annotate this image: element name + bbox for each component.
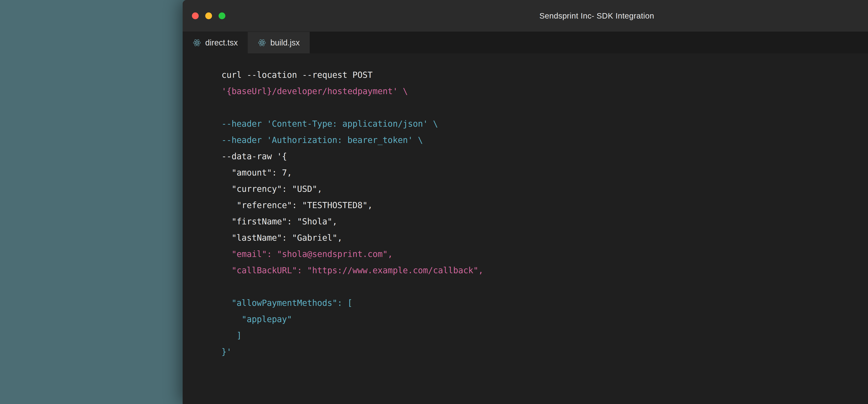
close-button[interactable] xyxy=(192,12,199,19)
code-line: }' xyxy=(221,344,868,360)
react-icon xyxy=(193,38,201,47)
code-line: --header 'Authorization: bearer_token' \ xyxy=(221,132,868,148)
code-editor[interactable]: curl --location --request POST'{baseUrl}… xyxy=(183,53,868,404)
tab-label: build.jsx xyxy=(270,38,300,48)
tab-label: direct.tsx xyxy=(205,38,238,48)
code-line: "reference": "TESTHOSTED8", xyxy=(221,197,868,213)
code-line: "firstName": "Shola", xyxy=(221,213,868,230)
code-line: '{baseUrl}/developer/hostedpayment' \ xyxy=(221,83,868,99)
code-block: curl --location --request POST'{baseUrl}… xyxy=(183,53,868,360)
tab-direct-tsx[interactable]: direct.tsx xyxy=(183,32,248,53)
tab-bar: direct.tsx build.jsx xyxy=(183,32,868,53)
window-titlebar: Sendsprint Inc- SDK Integration xyxy=(183,0,868,32)
window-controls xyxy=(192,0,225,32)
code-line xyxy=(221,99,868,116)
desktop-background: { "window": { "title": "Sendsprint Inc- … xyxy=(0,0,868,404)
react-icon xyxy=(258,38,266,47)
code-line: "applepay" xyxy=(221,311,868,327)
code-line: "allowPaymentMethods": [ xyxy=(221,295,868,311)
code-line: "currency": "USD", xyxy=(221,181,868,197)
code-line xyxy=(221,279,868,295)
code-line: "callBackURL": "https://www.example.com/… xyxy=(221,262,868,279)
app-window: Sendsprint Inc- SDK Integration direct.t… xyxy=(183,0,868,404)
code-line: --data-raw '{ xyxy=(221,148,868,165)
zoom-button[interactable] xyxy=(219,12,225,19)
code-line: "lastName": "Gabriel", xyxy=(221,230,868,246)
code-line: "email": "shola@sendsprint.com", xyxy=(221,246,868,262)
window-title: Sendsprint Inc- SDK Integration xyxy=(539,11,654,20)
code-line: ] xyxy=(221,327,868,344)
code-line: --header 'Content-Type: application/json… xyxy=(221,116,868,132)
minimize-button[interactable] xyxy=(205,12,212,19)
code-line: "amount": 7, xyxy=(221,165,868,181)
code-line: curl --location --request POST xyxy=(221,67,868,83)
tab-build-jsx[interactable]: build.jsx xyxy=(248,32,310,53)
